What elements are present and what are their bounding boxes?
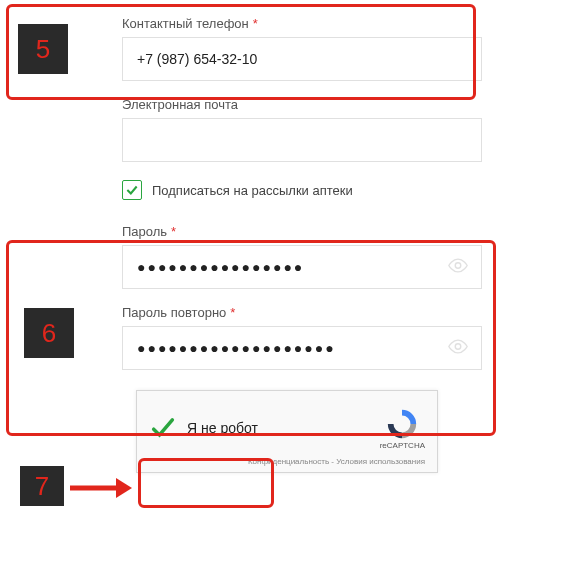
password-repeat-label: Пароль повторно* xyxy=(122,305,482,320)
phone-label: Контактный телефон* xyxy=(122,16,482,31)
recaptcha-brand-text: reCAPTCHA xyxy=(380,441,425,450)
password-repeat-mask: ●●●●●●●●●●●●●●●●●●● xyxy=(137,340,336,356)
phone-input-text[interactable] xyxy=(137,51,467,67)
recaptcha-branding: reCAPTCHA xyxy=(380,407,425,450)
subscribe-checkbox[interactable] xyxy=(122,180,142,200)
annotation-number-5: 5 xyxy=(18,24,68,74)
svg-marker-3 xyxy=(116,478,132,498)
recaptcha-widget: Я не робот reCAPTCHA Конфиденциальность … xyxy=(136,390,438,473)
phone-input[interactable] xyxy=(122,37,482,81)
annotation-number-7: 7 xyxy=(20,466,64,506)
subscribe-label: Подписаться на рассылки аптеки xyxy=(152,183,353,198)
password-label: Пароль* xyxy=(122,224,482,239)
check-icon xyxy=(125,183,139,197)
password-repeat-input[interactable]: ●●●●●●●●●●●●●●●●●●● xyxy=(122,326,482,370)
check-icon xyxy=(149,413,177,443)
svg-point-0 xyxy=(455,263,461,269)
recaptcha-checkbox[interactable] xyxy=(149,414,177,442)
eye-icon[interactable] xyxy=(447,336,469,361)
email-input[interactable] xyxy=(122,118,482,162)
recaptcha-logo-icon xyxy=(385,407,419,441)
password-input[interactable]: ●●●●●●●●●●●●●●●● xyxy=(122,245,482,289)
recaptcha-footer: Конфиденциальность - Условия использован… xyxy=(149,455,425,470)
arrow-icon xyxy=(68,476,132,500)
email-input-text[interactable] xyxy=(137,132,467,148)
registration-form-section: Контактный телефон* Электронная почта По… xyxy=(122,0,482,473)
recaptcha-label: Я не робот xyxy=(187,420,258,436)
email-label: Электронная почта xyxy=(122,97,482,112)
svg-point-1 xyxy=(455,344,461,350)
eye-icon[interactable] xyxy=(447,255,469,280)
password-mask: ●●●●●●●●●●●●●●●● xyxy=(137,259,304,275)
annotation-number-6: 6 xyxy=(24,308,74,358)
